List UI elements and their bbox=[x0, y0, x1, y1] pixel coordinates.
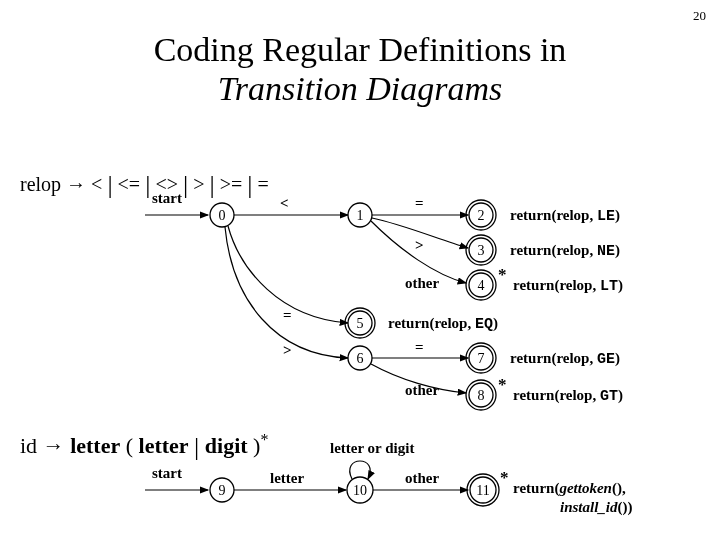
state-4-label: 4 bbox=[478, 278, 485, 293]
relop-production: relop → < | <= | <> | > | >= | = bbox=[20, 168, 269, 198]
action-2: return(relop, LE) bbox=[510, 207, 620, 225]
edge-10-11: other bbox=[405, 470, 439, 486]
action-7: return(relop, GE) bbox=[510, 350, 620, 368]
state-8-label: 8 bbox=[478, 388, 485, 403]
edge-1-2: = bbox=[415, 195, 424, 211]
state-1-label: 1 bbox=[357, 208, 364, 223]
state-9-label: 9 bbox=[219, 483, 226, 498]
state-4-star: * bbox=[498, 265, 507, 284]
action-3: return(relop, NE) bbox=[510, 242, 620, 260]
action-5: return(relop, EQ) bbox=[388, 315, 498, 333]
svg-point-4 bbox=[466, 235, 496, 265]
edge-0-6: > bbox=[283, 342, 292, 358]
id-production: id → letter ( letter | digit )* bbox=[20, 430, 268, 460]
action-4: return(relop, LT) bbox=[513, 277, 623, 295]
state-7 bbox=[469, 346, 493, 370]
edge-0-5: = bbox=[283, 307, 292, 323]
state-5 bbox=[348, 311, 372, 335]
edge-6-8: other bbox=[405, 382, 439, 398]
state-7-label: 7 bbox=[478, 351, 485, 366]
state-3-label: 3 bbox=[478, 243, 485, 258]
edge-0-1: < bbox=[280, 195, 289, 211]
state-4 bbox=[469, 273, 493, 297]
svg-point-13 bbox=[467, 474, 499, 506]
action-11-line2: install_id()) bbox=[560, 499, 633, 516]
state-11-star: * bbox=[500, 468, 509, 487]
state-8 bbox=[469, 383, 493, 407]
state-0-label: 0 bbox=[219, 208, 226, 223]
edge-1-3: > bbox=[415, 237, 424, 253]
svg-point-6 bbox=[345, 308, 375, 338]
action-11-line1: return(gettoken(), bbox=[513, 480, 626, 497]
page-title: Coding Regular Definitions in Transition… bbox=[0, 30, 720, 108]
state-3 bbox=[469, 238, 493, 262]
svg-point-3 bbox=[466, 200, 496, 230]
state-11 bbox=[470, 477, 496, 503]
svg-point-8 bbox=[466, 343, 496, 373]
state-6-label: 6 bbox=[357, 351, 364, 366]
state-1 bbox=[348, 203, 372, 227]
action-8: return(relop, GT) bbox=[513, 387, 623, 405]
svg-point-9 bbox=[466, 380, 496, 410]
title-line-2: Transition Diagrams bbox=[0, 69, 720, 108]
state-8-star: * bbox=[498, 375, 507, 394]
svg-point-5 bbox=[466, 270, 496, 300]
state-11-label: 11 bbox=[476, 483, 489, 498]
state-2-label: 2 bbox=[478, 208, 485, 223]
state-10-label: 10 bbox=[353, 483, 367, 498]
edge-1-4: other bbox=[405, 275, 439, 291]
state-6 bbox=[348, 346, 372, 370]
start-label-id: start bbox=[152, 465, 182, 481]
state-9 bbox=[210, 478, 234, 502]
state-2 bbox=[469, 203, 493, 227]
state-0 bbox=[210, 203, 234, 227]
edge-9-10: letter bbox=[270, 470, 304, 486]
edge-10-loop: letter or digit bbox=[330, 440, 414, 456]
state-10 bbox=[347, 477, 373, 503]
state-5-label: 5 bbox=[357, 316, 364, 331]
title-line-1: Coding Regular Definitions in bbox=[0, 30, 720, 69]
page-number: 20 bbox=[693, 8, 706, 24]
edge-6-7: = bbox=[415, 339, 424, 355]
